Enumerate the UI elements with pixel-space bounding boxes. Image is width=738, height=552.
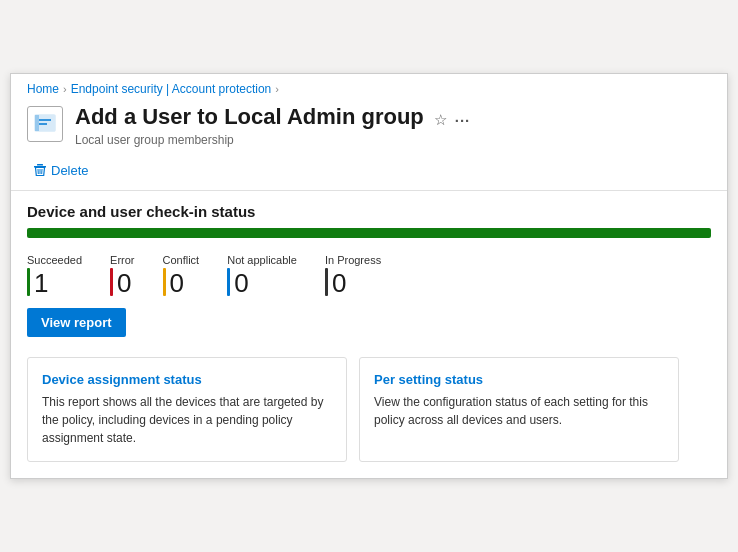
status-item-error: Error 0	[110, 254, 134, 296]
card-title: Device assignment status	[42, 372, 332, 387]
status-item-succeeded: Succeeded 1	[27, 254, 82, 296]
breadcrumb-sep-1: ›	[63, 83, 67, 95]
status-number: 0	[332, 270, 346, 296]
pin-icon[interactable]: ☆	[434, 111, 447, 129]
status-number: 0	[234, 270, 248, 296]
status-label: Conflict	[163, 254, 200, 266]
page-title-block: Add a User to Local Admin group ☆ ··· Lo…	[75, 104, 711, 146]
svg-rect-3	[35, 115, 39, 131]
status-item-in-progress: In Progress 0	[325, 254, 381, 296]
status-number: 1	[34, 270, 48, 296]
status-value-row: 0	[227, 268, 248, 296]
status-value-row: 0	[325, 268, 346, 296]
status-item-conflict: Conflict 0	[163, 254, 200, 296]
status-label: In Progress	[325, 254, 381, 266]
view-report-button[interactable]: View report	[27, 308, 126, 337]
status-value-row: 0	[110, 268, 131, 296]
page-subtitle: Local user group membership	[75, 133, 711, 147]
checkin-section-title: Device and user check-in status	[11, 191, 727, 228]
status-number: 0	[170, 270, 184, 296]
page-header: Add a User to Local Admin group ☆ ··· Lo…	[11, 100, 727, 154]
progress-bar-fill	[27, 228, 711, 238]
card-1[interactable]: Per setting status View the configuratio…	[359, 357, 679, 462]
breadcrumb: Home › Endpoint security | Account prote…	[11, 74, 727, 100]
status-bar	[27, 268, 30, 296]
status-bar	[227, 268, 230, 296]
delete-label: Delete	[51, 163, 89, 178]
progress-bar-container	[27, 228, 711, 238]
status-value-row: 0	[163, 268, 184, 296]
card-title: Per setting status	[374, 372, 664, 387]
card-desc: This report shows all the devices that a…	[42, 393, 332, 447]
delete-button[interactable]: Delete	[27, 159, 95, 182]
status-label: Succeeded	[27, 254, 82, 266]
card-0[interactable]: Device assignment status This report sho…	[27, 357, 347, 462]
status-item-not-applicable: Not applicable 0	[227, 254, 297, 296]
delete-icon	[33, 163, 47, 177]
status-bar	[110, 268, 113, 296]
cards-row: Device assignment status This report sho…	[11, 349, 727, 478]
status-bar	[325, 268, 328, 296]
card-desc: View the configuration status of each se…	[374, 393, 664, 429]
toolbar: Delete	[11, 155, 727, 191]
status-number: 0	[117, 270, 131, 296]
status-label: Error	[110, 254, 134, 266]
status-bar	[163, 268, 166, 296]
page-title: Add a User to Local Admin group	[75, 104, 424, 130]
status-row: Succeeded 1 Error 0 Conflict 0 Not appli…	[11, 246, 727, 300]
breadcrumb-home[interactable]: Home	[27, 82, 59, 96]
page-icon	[27, 106, 63, 142]
breadcrumb-sep-2: ›	[275, 83, 279, 95]
more-icon[interactable]: ···	[455, 112, 471, 129]
svg-rect-5	[37, 164, 43, 166]
breadcrumb-endpoint-security[interactable]: Endpoint security | Account protection	[71, 82, 272, 96]
status-label: Not applicable	[227, 254, 297, 266]
status-value-row: 1	[27, 268, 48, 296]
